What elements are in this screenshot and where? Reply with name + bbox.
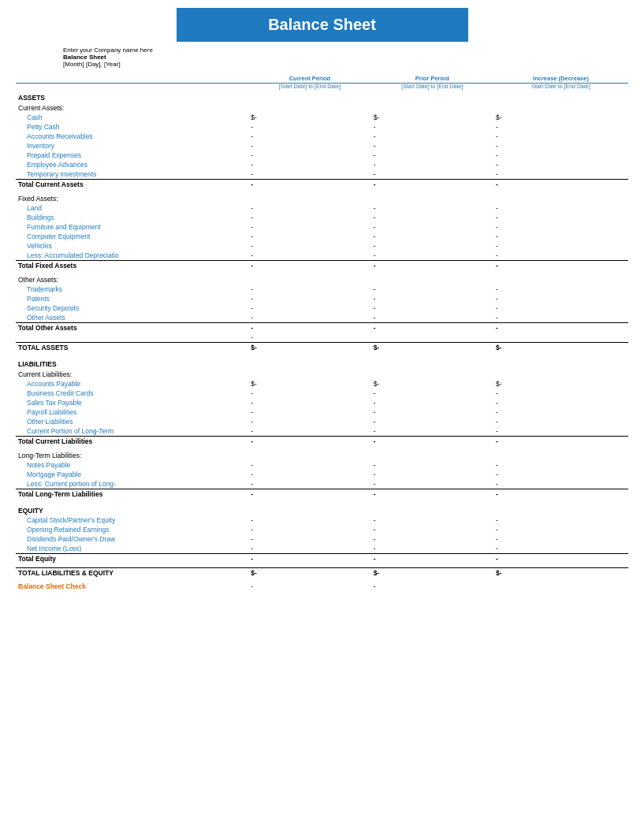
list-item: Accounts Payable $-$-$- [16,379,628,389]
item-label: Patents [16,294,248,303]
list-item: Current Portion of Long-Term --- [16,426,628,437]
item-label: Land [16,203,248,213]
assets-label: ASSETS [16,90,248,102]
total-assets-row: TOTAL ASSETS $- $- $- [16,343,628,353]
balance-check-row: Balance Sheet Check - - [16,582,628,591]
list-item: Sales Tax Payable --- [16,398,628,407]
list-item: Trademarks --- [16,284,628,294]
spacer-dash: - [16,333,628,343]
item-increase: - [493,132,628,141]
total-current-assets-label: Total Current Assets [16,180,248,190]
current-liabilities-header: Current Liabilities: [16,369,628,379]
item-label: Mortgage Payable [16,470,248,479]
increase-header: Increase (Decrease) [493,74,628,84]
date-line: [Month] [Day], [Year] [63,61,628,68]
item-increase: - [493,169,628,180]
item-label: Buildings [16,213,248,222]
list-item: Computer Equipment --- [16,232,628,241]
item-label: Net Income (Loss) [16,544,248,554]
item-label: Furniture and Equipment [16,222,248,232]
item-prior: - [371,160,493,169]
total-fixed-assets-row: Total Fixed Assets - - - [16,261,628,271]
current-period-sub: [Start Date] to [End Date] [248,84,370,91]
longterm-liabilities-header: Long-Term Liabilities: [16,450,628,460]
item-prior: - [371,132,493,141]
item-label: Accounts Receivables [16,132,248,141]
total-current-liabilities-label: Total Current Liabilities [16,437,248,447]
total-fixed-assets-label: Total Fixed Assets [16,261,248,271]
equity-section-header: EQUITY [16,503,628,515]
total-assets-label: TOTAL ASSETS [16,343,248,353]
item-label: Current Portion of Long-Term [16,426,248,437]
total-current-assets-current: - [248,180,370,190]
total-current-assets-row: Total Current Assets - - - [16,180,628,190]
item-prior: - [371,122,493,132]
total-other-assets-row: Total Other Assets - - - [16,323,628,333]
item-increase: - [493,122,628,132]
total-current-assets-prior: - [371,180,493,190]
page-title: Balance Sheet [268,16,376,33]
list-item: Less: Accumulated Depreciatio --- [16,251,628,261]
item-current: - [248,132,370,141]
item-label: Payroll Liabilities [16,407,248,417]
item-label: Vehicles [16,241,248,251]
item-label: Employee Advances [16,160,248,169]
item-current: $- [248,113,370,122]
fixed-assets-label: Fixed Assets: [16,193,248,203]
item-current: - [248,141,370,151]
list-item: Accounts Receivables - - - [16,132,628,141]
equity-label: EQUITY [16,503,248,515]
liabilities-label: LIABILITIES [16,356,248,369]
total-liabilities-equity-row: TOTAL LIABILITIES & EQUITY $- $- $- [16,567,628,578]
item-label: Prepaid Expenses [16,151,248,160]
item-label: Trademarks [16,284,248,294]
title-bar: Balance Sheet [177,8,468,42]
other-assets-label: Other Assets: [16,274,248,284]
item-label: Less: Current portion of Long- [16,479,248,489]
assets-section-header: ASSETS [16,90,628,102]
item-label: Computer Equipment [16,232,248,241]
list-item: Land --- [16,203,628,213]
list-item: Inventory - - - [16,141,628,151]
list-item: Furniture and Equipment --- [16,222,628,232]
balance-check-prior: - [371,582,493,591]
longterm-liabilities-label: Long-Term Liabilities: [16,450,248,460]
item-prior: - [371,141,493,151]
total-equity-label: Total Equity [16,554,248,564]
column-header-row: Current Period Prior Period Increase (De… [16,74,628,84]
item-prior: $- [371,113,493,122]
list-item: Buildings --- [16,213,628,222]
column-sub-header-row: [Start Date] to [End Date] [Start Date] … [16,84,628,91]
balance-check-current: - [248,582,370,591]
total-longterm-liabilities-label: Total Long-Term Liabilities [16,489,248,500]
list-item: Other Liabilities --- [16,417,628,426]
item-label: Opening Retained Earnings [16,525,248,534]
balance-sheet-table: Current Period Prior Period Increase (De… [16,74,628,591]
item-label: Less: Accumulated Depreciatio [16,251,248,261]
page: Balance Sheet Enter your Company name he… [0,0,644,833]
total-other-assets-label: Total Other Assets [16,323,248,333]
list-item: Opening Retained Earnings --- [16,525,628,534]
item-increase: - [493,160,628,169]
list-item: Temporary Investments - - - [16,169,628,180]
list-item: Notes Payable --- [16,460,628,470]
item-label: Dividends Paid/Owner's Draw [16,534,248,544]
total-longterm-liabilities-row: Total Long-Term Liabilities - - - [16,489,628,500]
item-label: Other Liabilities [16,417,248,426]
list-item: Patents --- [16,294,628,303]
current-assets-header: Current Assets: [16,102,628,113]
prior-period-header: Prior Period [371,74,493,84]
liabilities-section-header: LIABILITIES [16,356,628,369]
list-item: Payroll Liabilities --- [16,407,628,417]
item-label: Capital Stock/Partner's Equity [16,515,248,525]
list-item: Business Credit Cards --- [16,389,628,398]
list-item: Vehicles --- [16,241,628,251]
company-name: Enter your Company name here [63,46,628,54]
item-current: - [248,151,370,160]
item-label: Cash [16,113,248,122]
total-liabilities-equity-label: TOTAL LIABILITIES & EQUITY [16,567,248,578]
fixed-assets-header: Fixed Assets: [16,193,628,203]
list-item: Employee Advances - - - [16,160,628,169]
current-period-header: Current Period [248,74,370,84]
total-current-assets-increase: - [493,180,628,190]
